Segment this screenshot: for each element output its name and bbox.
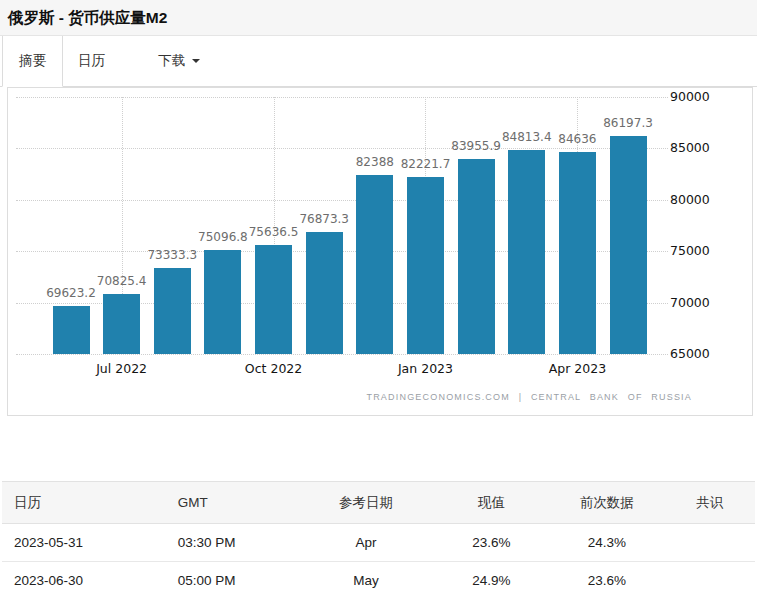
gridline bbox=[16, 354, 668, 355]
cell-date: 2023-06-30 bbox=[2, 562, 166, 599]
tab-calendar[interactable]: 日历 bbox=[63, 36, 120, 86]
cell-previous: 24.3% bbox=[549, 524, 664, 562]
chart-bar[interactable] bbox=[559, 152, 596, 354]
table-row: 2023-06-30 05:00 PM May 24.9% 23.6% bbox=[2, 562, 755, 599]
cell-gmt: 03:30 PM bbox=[166, 524, 299, 562]
table-header-row: 日历 GMT 参考日期 现值 前次数据 共识 bbox=[2, 482, 755, 524]
y-tick-label: 80000 bbox=[670, 192, 730, 207]
chart-bar[interactable] bbox=[508, 150, 545, 354]
y-tick-label: 70000 bbox=[670, 295, 730, 310]
cell-actual: 24.9% bbox=[434, 562, 549, 599]
cell-previous: 23.6% bbox=[549, 562, 664, 599]
cell-gmt: 05:00 PM bbox=[166, 562, 299, 599]
chart-bar[interactable] bbox=[255, 245, 292, 354]
tab-summary[interactable]: 摘要 bbox=[2, 36, 63, 87]
chart-bar[interactable] bbox=[306, 232, 343, 354]
page-title: 俄罗斯 - 货币供应量M2 bbox=[0, 0, 757, 36]
caret-down-icon bbox=[192, 59, 200, 63]
chart-bar[interactable] bbox=[103, 294, 140, 354]
x-tick-label: Oct 2022 bbox=[229, 361, 319, 376]
x-tick-label: Jan 2023 bbox=[380, 361, 470, 376]
y-tick-label: 75000 bbox=[670, 243, 730, 258]
tab-download[interactable]: 下载 bbox=[142, 36, 216, 86]
cell-reference: Apr bbox=[298, 524, 434, 562]
chart-bar[interactable] bbox=[610, 136, 647, 354]
chart-bar[interactable] bbox=[356, 175, 393, 354]
x-tick-label: Jul 2022 bbox=[77, 361, 167, 376]
gridline bbox=[16, 97, 668, 98]
cell-consensus bbox=[665, 524, 755, 562]
y-tick-label: 90000 bbox=[670, 89, 730, 104]
tab-bar: 摘要 日历 下载 bbox=[0, 36, 757, 87]
bar-value-label: 84636 bbox=[532, 132, 622, 146]
tab-download-label: 下载 bbox=[158, 53, 185, 68]
x-tick-label: Apr 2023 bbox=[532, 361, 622, 376]
chart-card: TRADINGECONOMICS.COM | CENTRAL BANK OF R… bbox=[7, 87, 753, 416]
chart-bar[interactable] bbox=[458, 159, 495, 354]
bar-value-label: 86197.3 bbox=[583, 116, 673, 130]
col-header-previous: 前次数据 bbox=[549, 482, 664, 524]
col-header-actual: 现值 bbox=[434, 482, 549, 524]
y-tick-label: 85000 bbox=[670, 140, 730, 155]
col-header-consensus: 共识 bbox=[665, 482, 755, 524]
chart-bar[interactable] bbox=[53, 306, 90, 354]
calendar-table: 日历 GMT 参考日期 现值 前次数据 共识 2023-05-31 03:30 … bbox=[2, 481, 755, 599]
gridline bbox=[16, 148, 668, 149]
chart-attribution: TRADINGECONOMICS.COM | CENTRAL BANK OF R… bbox=[366, 392, 692, 402]
cell-reference: May bbox=[298, 562, 434, 599]
chart-bar[interactable] bbox=[407, 177, 444, 354]
cell-date: 2023-05-31 bbox=[2, 524, 166, 562]
col-header-calendar: 日历 bbox=[2, 482, 166, 524]
chart-bar[interactable] bbox=[154, 268, 191, 354]
cell-consensus bbox=[665, 562, 755, 599]
table-row: 2023-05-31 03:30 PM Apr 23.6% 24.3% bbox=[2, 524, 755, 562]
col-header-reference: 参考日期 bbox=[298, 482, 434, 524]
bar-value-label: 82221.7 bbox=[380, 157, 470, 171]
chart-bar[interactable] bbox=[204, 250, 241, 354]
col-header-gmt: GMT bbox=[166, 482, 299, 524]
cell-actual: 23.6% bbox=[434, 524, 549, 562]
y-tick-label: 65000 bbox=[670, 346, 730, 361]
